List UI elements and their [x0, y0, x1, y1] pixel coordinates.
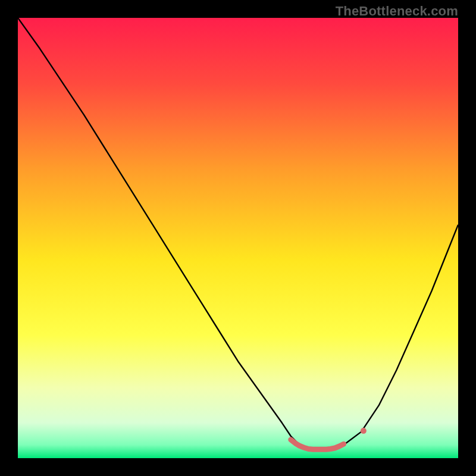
optimal-point: [361, 428, 367, 434]
gradient-background: [18, 18, 458, 458]
watermark-text: TheBottleneck.com: [336, 4, 458, 19]
plot-svg: [18, 18, 458, 458]
bottleneck-chart: [18, 18, 458, 458]
